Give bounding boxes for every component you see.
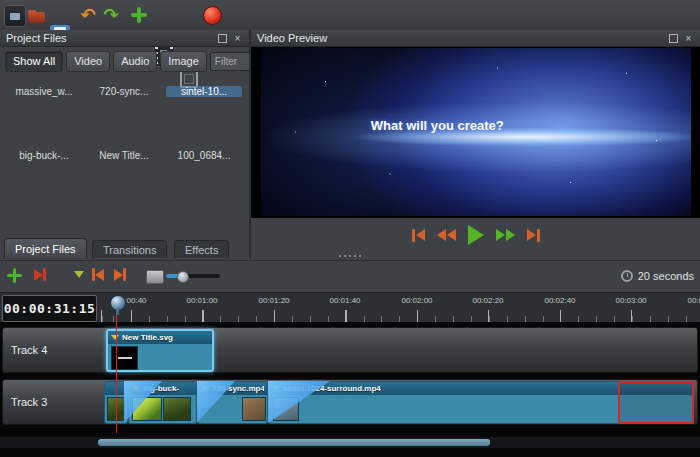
file-item-720-sync[interactable]: 720-sync... (86, 84, 162, 97)
jump-timeline-start-icon[interactable] (92, 268, 104, 281)
tab-project-files[interactable]: Project Files (4, 238, 87, 258)
timeline-toolbar: 20 seconds (0, 260, 700, 293)
video-preview-header[interactable]: Video Preview × (251, 30, 700, 47)
clip-trim-region[interactable] (618, 381, 694, 424)
filter-tab-video[interactable]: Video (66, 51, 110, 72)
ruler-label: 00:01:00 (186, 296, 217, 305)
video-overlay-text: What will you create? (371, 118, 504, 133)
zoom-scale: 20 seconds (621, 270, 694, 282)
project-files-header[interactable]: Project Files × (0, 30, 249, 47)
file-filter-row: Show All Video Audio Image (0, 50, 249, 72)
ruler-label: 00:03:20 (687, 296, 700, 305)
video-preview-title: Video Preview (257, 32, 664, 44)
ruler-label: 00:02:00 (401, 296, 432, 305)
track-label: Track 4 (11, 328, 47, 372)
rewind-button[interactable] (437, 229, 456, 241)
file-item-massive[interactable]: massive_w... (6, 84, 82, 97)
track-label: Track 3 (11, 380, 47, 424)
play-button[interactable] (468, 225, 484, 245)
file-item-sintel[interactable]: sintel-10... (166, 84, 242, 97)
undock-icon[interactable] (217, 33, 228, 44)
fast-forward-button[interactable] (496, 229, 515, 241)
clip-thumbnail (163, 397, 191, 421)
timeline-scrollbar[interactable] (0, 437, 700, 448)
jump-to-end-button[interactable] (527, 229, 540, 242)
file-item-new-title[interactable]: New Title... (86, 148, 162, 161)
export-video-icon[interactable] (203, 6, 222, 25)
openshot-window: ↶ ↷ Project Files × Show All Video Audio… (0, 0, 700, 457)
razor-icon[interactable] (74, 271, 84, 278)
open-project-icon[interactable] (27, 5, 47, 25)
video-preview-area: What will you create? (251, 47, 700, 218)
main-toolbar: ↶ ↷ (0, 0, 700, 31)
ruler-label: 00:01:40 (329, 296, 360, 305)
ruler-label: 00:02:20 (472, 296, 503, 305)
close-icon[interactable]: × (683, 33, 694, 44)
ruler-label: 00:02:40 (544, 296, 575, 305)
ruler-major-ticks (98, 310, 700, 322)
transport-controls (251, 218, 700, 252)
file-item-100-0684[interactable]: 100_0684... (166, 148, 242, 161)
new-project-icon[interactable] (4, 5, 26, 27)
clip-thumbnail (242, 397, 266, 421)
timeline-scrollbar-thumb[interactable] (98, 439, 490, 446)
timeline-ruler[interactable]: 00:00:40 00:01:00 00:01:20 00:01:40 00:0… (98, 293, 700, 323)
video-frame: What will you create? (261, 48, 691, 216)
undo-icon[interactable]: ↶ (78, 5, 98, 25)
filter-tab-image[interactable]: Image (160, 51, 207, 72)
add-track-icon[interactable] (7, 268, 22, 283)
playhead-marker[interactable] (110, 295, 126, 311)
undock-icon[interactable] (668, 33, 679, 44)
ruler-label: 00:03:00 (615, 296, 646, 305)
redo-icon[interactable]: ↷ (101, 5, 121, 25)
playhead-line (116, 313, 117, 433)
current-time-display: 00:00:31:15 (2, 295, 97, 322)
file-item-big-buck[interactable]: big-buck-... (6, 148, 82, 161)
clip-new-title[interactable]: New Title.svg (106, 329, 214, 372)
import-files-icon[interactable] (129, 5, 149, 25)
snapping-icon[interactable] (34, 268, 46, 281)
zoom-slider[interactable] (166, 274, 220, 278)
ruler-label: 00:01:20 (258, 296, 289, 305)
horizontal-splitter-handle[interactable] (0, 252, 700, 260)
clip-menu-icon[interactable] (111, 335, 119, 340)
jump-to-start-button[interactable] (412, 229, 425, 242)
timeline-ruler-row: 00:00:31:15 00:00:40 00:01:00 00:01:20 0… (0, 292, 700, 323)
add-marker-icon[interactable] (146, 270, 164, 284)
clock-icon (621, 270, 633, 282)
clip-header: New Title.svg (108, 331, 212, 344)
project-files-title: Project Files (6, 32, 213, 44)
zoom-scale-label: 20 seconds (638, 270, 694, 282)
filter-tab-show-all[interactable]: Show All (5, 51, 63, 72)
filter-tab-audio[interactable]: Audio (113, 51, 157, 72)
close-icon[interactable]: × (232, 33, 243, 44)
jump-timeline-end-icon[interactable] (114, 268, 126, 281)
